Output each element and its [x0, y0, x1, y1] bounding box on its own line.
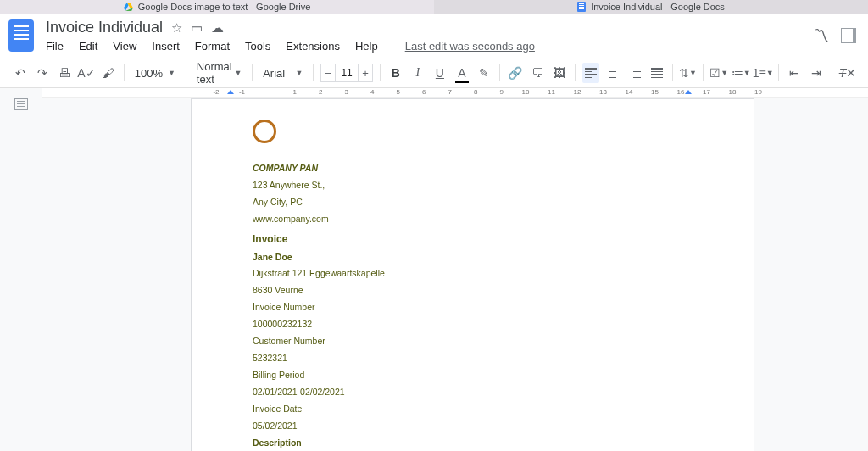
ruler[interactable]: -2-112345678910111213141516171819 [42, 88, 868, 98]
decrease-indent-button[interactable]: ⇤ [786, 63, 803, 83]
font-select[interactable]: Arial▼ [259, 67, 306, 80]
billing-period: 02/01/2021-02/02/2021 [253, 384, 689, 401]
star-icon[interactable]: ☆ [171, 20, 182, 36]
browser-tabs: Google Docs image to text - Google Drive… [0, 0, 868, 14]
company-addr2: Any City, PC [253, 194, 689, 211]
toolbar: ↶ ↷ 🖶 A✓ 🖌 100%▼ Normal text▼ Arial▼ − 1… [0, 58, 868, 88]
last-edit-link[interactable]: Last edit was seconds ago [405, 40, 535, 53]
text-color-button[interactable]: A [453, 63, 470, 83]
workspace: -2-112345678910111213141516171819 COMPAN… [0, 88, 868, 451]
invoice-number-label: Invoice Number [253, 299, 689, 316]
zoom-select[interactable]: 100%▼ [131, 67, 179, 80]
company-addr1: 123 Anywhere St., [253, 177, 689, 194]
menu-edit[interactable]: Edit [79, 40, 97, 53]
bold-button[interactable]: B [387, 63, 404, 83]
invoice-heading: Invoice [253, 230, 689, 249]
align-justify-button[interactable] [648, 63, 665, 83]
activity-icon[interactable]: 〽 [814, 27, 829, 45]
line-spacing-button[interactable]: ⇅ ▼ [679, 63, 696, 83]
menu-tools[interactable]: Tools [245, 40, 270, 53]
bulleted-list-button[interactable]: ≔ ▼ [732, 63, 749, 83]
company-web: www.company.com [253, 211, 689, 228]
paragraph-style-select[interactable]: Normal text▼ [193, 60, 246, 86]
align-right-button[interactable] [626, 63, 643, 83]
underline-button[interactable]: U [431, 63, 448, 83]
tab-drive-title: Google Docs image to text - Google Drive [138, 2, 311, 12]
tab-docs[interactable]: Invoice Individual - Google Docs [434, 0, 868, 14]
billing-period-label: Billing Period [253, 367, 689, 384]
paint-format-button[interactable]: 🖌 [100, 63, 117, 83]
undo-button[interactable]: ↶ [12, 63, 29, 83]
customer-number: 5232321 [253, 350, 689, 367]
insert-comment-button[interactable]: 🗨 [529, 63, 546, 83]
ruler-right-indent-icon[interactable] [685, 90, 692, 94]
align-left-button[interactable] [582, 63, 599, 83]
client-addr2: 8630 Veurne [253, 282, 689, 299]
print-button[interactable]: 🖶 [56, 63, 73, 83]
title-bar: Invoice Individual ☆ ▭ ☁ File Edit View … [0, 14, 868, 53]
menu-insert[interactable]: Insert [152, 40, 180, 53]
invoice-date-label: Invoice Date [253, 401, 689, 418]
client-name: Jane Doe [253, 249, 689, 266]
document-page[interactable]: COMPANY PAN 123 Anywhere St., Any City, … [191, 98, 754, 451]
italic-button[interactable]: I [409, 63, 426, 83]
ruler-left-indent-icon[interactable] [227, 90, 234, 94]
increase-indent-button[interactable]: ⇥ [808, 63, 825, 83]
document-name[interactable]: Invoice Individual [46, 19, 163, 36]
font-size-decrease[interactable]: − [320, 64, 336, 82]
docs-icon [577, 2, 586, 12]
font-size-value[interactable]: 11 [336, 64, 358, 82]
menu-view[interactable]: View [113, 40, 136, 53]
spellcheck-button[interactable]: A✓ [78, 63, 95, 83]
move-icon[interactable]: ▭ [191, 20, 203, 36]
description-heading: Description [253, 435, 689, 451]
insert-image-button[interactable]: 🖼 [551, 63, 568, 83]
menu-help[interactable]: Help [355, 40, 378, 53]
numbered-list-button[interactable]: 1≡ ▼ [754, 63, 771, 83]
align-center-button[interactable] [604, 63, 621, 83]
document-body: COMPANY PAN 123 Anywhere St., Any City, … [253, 160, 689, 451]
menu-bar: File Edit View Insert Format Tools Exten… [46, 40, 814, 53]
cloud-icon[interactable]: ☁ [211, 20, 224, 36]
outline-icon[interactable] [14, 98, 28, 110]
redo-button[interactable]: ↷ [34, 63, 51, 83]
insert-link-button[interactable]: 🔗 [507, 63, 524, 83]
drive-icon [124, 3, 133, 11]
font-size-stepper: − 11 + [320, 64, 373, 82]
menu-file[interactable]: File [46, 40, 64, 53]
clear-formatting-button[interactable]: T✕ [839, 63, 856, 83]
menu-extensions[interactable]: Extensions [286, 40, 340, 53]
menu-format[interactable]: Format [195, 40, 230, 53]
invoice-number: 100000232132 [253, 316, 689, 333]
font-size-increase[interactable]: + [358, 64, 373, 82]
invoice-date: 05/02/2021 [253, 418, 689, 435]
docs-logo-icon[interactable] [8, 19, 34, 52]
left-rail [0, 88, 42, 451]
logo-circle-icon [253, 120, 276, 143]
client-addr1: Dijkstraat 121 Eggewaartskapelle [253, 265, 689, 282]
sidepanel-toggle-icon[interactable] [841, 28, 856, 43]
checklist-button[interactable]: ☑ ▼ [710, 63, 727, 83]
tab-drive[interactable]: Google Docs image to text - Google Drive [0, 0, 434, 14]
canvas: -2-112345678910111213141516171819 COMPAN… [42, 88, 868, 451]
highlight-button[interactable]: ✎ [476, 63, 492, 83]
company-name: COMPANY PAN [253, 160, 689, 177]
tab-docs-title: Invoice Individual - Google Docs [591, 2, 725, 12]
customer-number-label: Customer Number [253, 333, 689, 350]
